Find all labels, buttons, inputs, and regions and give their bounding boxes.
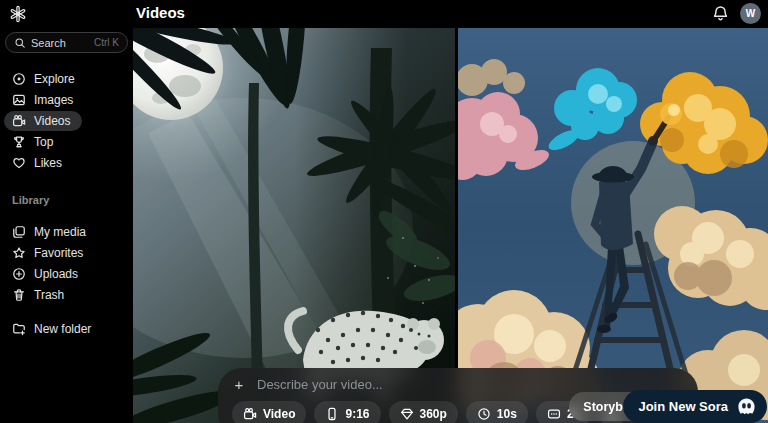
top-header: Videos (133, 0, 768, 28)
sidebar: Search Ctrl K Explore Images (0, 0, 133, 423)
sora-ghost-icon (736, 396, 757, 417)
video-thumbnail-cloud-painter[interactable] (458, 28, 768, 423)
sidebar-item-label: New folder (34, 322, 91, 336)
sidebar-item-label: Uploads (34, 267, 78, 281)
sidebar-item-label: Favorites (34, 246, 83, 260)
add-attachment-button[interactable]: + (232, 377, 246, 392)
gem-icon (400, 407, 414, 421)
library-nav: My media Favorites Uploads (0, 222, 133, 339)
sidebar-item-new-folder[interactable]: New folder (4, 319, 103, 339)
painter-artwork (458, 28, 768, 423)
sidebar-item-label: Top (34, 135, 53, 149)
camcorder-icon (12, 114, 26, 128)
sidebar-item-my-media[interactable]: My media (4, 222, 98, 242)
trash-icon (12, 288, 26, 302)
sora-app: Search Ctrl K Explore Images (0, 0, 768, 423)
header-actions: W (712, 3, 761, 24)
pill-label: 10s (497, 407, 517, 421)
sidebar-item-trash[interactable]: Trash (4, 285, 76, 305)
star-icon (12, 246, 26, 260)
images-icon (12, 93, 26, 107)
trophy-icon (12, 135, 26, 149)
notifications-bell-icon[interactable] (712, 5, 729, 22)
prompt-input[interactable]: Describe your video... (257, 377, 684, 392)
camcorder-icon (243, 407, 257, 421)
openai-logo-icon[interactable] (9, 5, 27, 23)
sidebar-item-label: Images (34, 93, 73, 107)
aspect-ratio-pill[interactable]: 9:16 (314, 401, 380, 423)
sidebar-item-uploads[interactable]: Uploads (4, 264, 90, 284)
sidebar-item-label: My media (34, 225, 86, 239)
sidebar-item-top[interactable]: Top (4, 132, 65, 152)
sidebar-item-label: Trash (34, 288, 64, 302)
upload-circle-plus-icon (12, 267, 26, 281)
sidebar-item-videos[interactable]: Videos (4, 111, 82, 131)
page-title: Videos (136, 4, 185, 21)
sidebar-item-label: Explore (34, 72, 75, 86)
video-thumbnail-moonlit-jungle[interactable] (133, 28, 455, 423)
video-gallery (133, 28, 768, 423)
avatar[interactable]: W (740, 3, 761, 24)
sidebar-item-images[interactable]: Images (4, 90, 85, 110)
sidebar-item-favorites[interactable]: Favorites (4, 243, 95, 263)
new-folder-icon (12, 322, 26, 336)
pill-label: 360p (420, 407, 447, 421)
media-collection-icon (12, 225, 26, 239)
search-icon (14, 37, 26, 49)
pill-label: 9:16 (345, 407, 369, 421)
phone-icon (325, 407, 339, 421)
search-input[interactable]: Search Ctrl K (5, 32, 128, 53)
sidebar-item-explore[interactable]: Explore (4, 69, 87, 89)
video-type-pill[interactable]: Video (232, 401, 306, 423)
frames-icon (547, 407, 561, 421)
sidebar-item-likes[interactable]: Likes (4, 153, 74, 173)
resolution-pill[interactable]: 360p (389, 401, 458, 423)
clock-icon (477, 407, 491, 421)
duration-pill[interactable]: 10s (466, 401, 528, 423)
jungle-artwork (133, 28, 455, 423)
heart-icon (12, 156, 26, 170)
pill-label: Video (263, 407, 295, 421)
search-shortcut: Ctrl K (94, 37, 119, 48)
sidebar-item-label: Videos (34, 114, 70, 128)
search-label: Search (31, 37, 66, 49)
sidebar-nav: Explore Images Videos (0, 69, 133, 173)
sidebar-item-label: Likes (34, 156, 62, 170)
library-header: Library (12, 194, 133, 206)
explore-icon (12, 72, 26, 86)
join-label: Join New Sora (638, 399, 728, 414)
join-new-sora-button[interactable]: Join New Sora (623, 390, 767, 423)
